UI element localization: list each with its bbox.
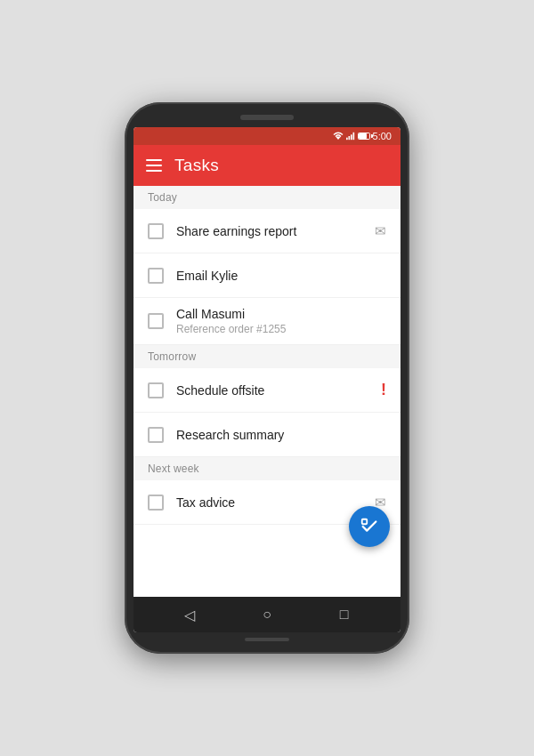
svg-rect-2: [348, 136, 350, 140]
phone-speaker: [240, 115, 294, 120]
task-checkbox-email-kylie[interactable]: [148, 268, 164, 284]
task-checkbox-research-summary[interactable]: [148, 427, 164, 443]
battery-icon: [358, 133, 370, 140]
task-content-email-kylie: Email Kylie: [176, 260, 386, 292]
task-item-schedule-offsite[interactable]: Schedule offsite !: [134, 368, 400, 413]
task-title-schedule-offsite: Schedule offsite: [176, 383, 368, 398]
svg-rect-3: [351, 134, 352, 140]
nav-bar: ◁ ○ □: [134, 597, 400, 632]
email-icon-share-earnings: ✉: [375, 223, 386, 239]
task-checkbox-share-earnings[interactable]: [148, 223, 164, 239]
task-item-share-earnings[interactable]: Share earnings report ✉: [134, 209, 400, 253]
task-content-call-masumi: Call Masumi Reference order #1255: [176, 298, 386, 344]
fab-button[interactable]: [349, 506, 390, 547]
svg-rect-5: [362, 519, 368, 525]
section-header-today: Today: [134, 186, 400, 209]
signal-icon: [346, 132, 355, 141]
task-item-email-kylie[interactable]: Email Kylie: [134, 253, 400, 298]
phone-screen: 5:00 Tasks Today Share earnings repo: [134, 127, 400, 632]
task-checkbox-schedule-offsite[interactable]: [148, 382, 164, 398]
nav-back-button[interactable]: ◁: [176, 601, 203, 628]
task-title-tax-advice: Tax advice: [176, 495, 362, 510]
task-checkbox-tax-advice[interactable]: [148, 495, 164, 511]
task-subtitle-call-masumi: Reference order #1255: [176, 323, 386, 335]
nav-home-button[interactable]: ○: [254, 601, 280, 628]
phone-bottom-bar: [245, 638, 289, 641]
task-checkbox-call-masumi[interactable]: [148, 313, 164, 329]
screen-content: Today Share earnings report ✉ Email Kyli…: [134, 186, 400, 597]
app-title: Tasks: [174, 156, 219, 175]
svg-rect-4: [352, 133, 354, 140]
fab-check-icon: [360, 517, 379, 536]
task-title-call-masumi: Call Masumi: [176, 307, 386, 321]
nav-recent-button[interactable]: □: [331, 601, 358, 628]
task-content-research-summary: Research summary: [176, 419, 386, 451]
task-title-email-kylie: Email Kylie: [176, 269, 386, 283]
phone-device: 5:00 Tasks Today Share earnings repo: [125, 102, 409, 654]
status-icons: 5:00: [333, 131, 392, 141]
task-content-tax-advice: Tax advice: [176, 487, 362, 519]
task-title-share-earnings: Share earnings report: [176, 224, 362, 238]
task-item-research-summary[interactable]: Research summary: [134, 413, 400, 457]
task-content-schedule-offsite: Schedule offsite: [176, 374, 368, 406]
task-item-call-masumi[interactable]: Call Masumi Reference order #1255: [134, 298, 400, 345]
svg-marker-0: [336, 137, 341, 141]
app-bar: Tasks: [134, 145, 400, 186]
status-bar: 5:00: [134, 127, 400, 145]
wifi-icon: [333, 132, 344, 141]
urgent-icon-schedule-offsite: !: [381, 381, 386, 399]
status-time: 5:00: [373, 131, 392, 141]
svg-rect-1: [346, 138, 348, 141]
task-content-share-earnings: Share earnings report: [176, 215, 362, 247]
hamburger-menu-icon[interactable]: [146, 159, 162, 172]
section-header-next-week: Next week: [134, 457, 400, 480]
task-title-research-summary: Research summary: [176, 428, 386, 442]
section-header-tomorrow: Tomorrow: [134, 345, 400, 368]
